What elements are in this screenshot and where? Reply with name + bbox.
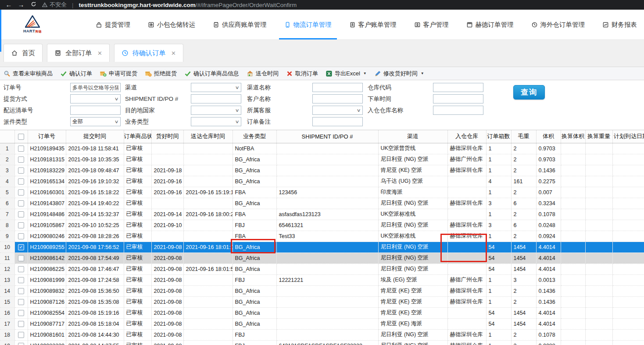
browser-back-button[interactable]: ← <box>5 0 12 10</box>
column-header[interactable]: 渠道 <box>378 130 447 143</box>
toolbar-button-9[interactable]: 修改货好时间▼ <box>374 70 424 78</box>
tab-close-icon[interactable]: ✕ <box>97 50 102 57</box>
filter-input[interactable] <box>312 117 363 126</box>
filter-input[interactable] <box>433 94 483 103</box>
filter-select[interactable]: ∨ <box>191 117 241 126</box>
row-checkbox[interactable] <box>18 200 24 206</box>
browser-refresh-button[interactable] <box>30 0 37 10</box>
nav-item-5[interactable]: 客户账单管理 <box>349 10 397 39</box>
row-checkbox[interactable] <box>18 233 24 239</box>
browser-forward-button[interactable]: → <box>18 0 25 10</box>
table-row[interactable]: 2H21091813152021-09-18 10:35:35已审核BG_Afr… <box>0 154 644 165</box>
column-header[interactable]: 计划到达日期 <box>612 130 644 143</box>
column-header[interactable]: 提交时间 <box>66 130 124 143</box>
filter-input[interactable] <box>433 83 483 92</box>
table-row[interactable]: 3H21091832292021-09-18 09:48:47已审核2021-0… <box>0 165 644 176</box>
table-row[interactable]: 16H21090825542021-09-08 15:19:16已审核2021-… <box>0 307 644 318</box>
address-bar[interactable]: testtrunkbookingmgr.hart-worldwide.com/#… <box>79 2 297 8</box>
tab-2[interactable]: 全部订单✕ <box>47 44 110 62</box>
row-checkbox[interactable] <box>18 343 24 345</box>
nav-item-9[interactable]: 财务报表 <box>602 10 637 39</box>
filter-input[interactable] <box>312 83 363 92</box>
toolbar-button-5[interactable]: 确认订单商品信息 <box>184 70 239 78</box>
column-header[interactable]: 入仓仓库 <box>447 130 486 143</box>
row-checkbox[interactable] <box>18 255 24 261</box>
table-row[interactable]: 4H21091651342021-09-16 19:10:32已审核2021-0… <box>0 176 644 187</box>
column-header[interactable]: 换算体积 <box>561 130 585 143</box>
nav-item-6[interactable]: 客户管理 <box>414 10 449 39</box>
column-header[interactable]: 毛重 <box>511 130 536 143</box>
nav-item-3[interactable]: 供应商账单管理 <box>213 10 267 39</box>
column-header[interactable]: 货好时间 <box>151 130 183 143</box>
toolbar-button-1[interactable]: 查看未审核商品 <box>4 70 53 78</box>
row-checkbox[interactable] <box>18 222 24 228</box>
row-checkbox[interactable]: ✓ <box>18 244 24 250</box>
table-row[interactable]: 14H21090898322021-09-08 15:36:50已审核2021-… <box>0 285 644 296</box>
toolbar-button-7[interactable]: 取消订单 <box>286 70 318 78</box>
toolbar-button-2[interactable]: 确认订单 <box>60 70 92 78</box>
table-row[interactable]: 12H21090862252021-09-08 17:46:47已审核2021-… <box>0 263 644 274</box>
filter-select[interactable]: ∨ <box>191 83 241 92</box>
tab-1[interactable]: 首页 <box>4 44 43 62</box>
tab-3[interactable]: 待确认订单✕ <box>114 44 183 62</box>
table-row[interactable]: 6H21091438072021-09-14 19:40:22已审核BG_Afr… <box>0 198 644 209</box>
row-checkbox[interactable] <box>18 266 24 272</box>
table-row[interactable]: 11H21090861422021-09-08 17:54:49已审核2021-… <box>0 253 644 263</box>
tab-close-icon[interactable]: ✕ <box>171 50 176 57</box>
column-header[interactable]: 换算重量 <box>585 130 612 143</box>
filter-input[interactable] <box>312 94 363 103</box>
row-checkbox[interactable] <box>18 299 24 305</box>
filter-input[interactable] <box>70 106 121 115</box>
table-row[interactable]: 5H21091603012021-09-16 15:18:22已审核2021-0… <box>0 187 644 198</box>
filter-select[interactable]: 全部∨ <box>70 117 121 126</box>
column-header[interactable]: 业务类型 <box>233 130 276 143</box>
table-row[interactable]: 1H21091894352021-09-18 11:58:41已审核NotFBA… <box>0 143 644 154</box>
row-checkbox[interactable] <box>18 332 24 338</box>
row-checkbox[interactable] <box>18 321 24 327</box>
table-row[interactable]: 18H21090816012021-09-08 14:44:30已审核2021-… <box>0 329 644 340</box>
table-row[interactable]: 10✓H21090892552021-09-08 17:56:52已审核2021… <box>0 242 644 253</box>
table-row[interactable]: 13H21090819992021-09-08 17:24:58已审核2021-… <box>0 274 644 285</box>
column-header[interactable]: 订单箱数 <box>486 130 511 143</box>
filter-select[interactable]: ∨ <box>70 94 121 103</box>
column-header[interactable]: 订单号 <box>28 130 66 143</box>
filter-input[interactable] <box>70 83 121 92</box>
table-row[interactable]: 8H21091058672021-09-10 10:52:25已审核2021-0… <box>0 220 644 231</box>
table-row[interactable]: 7H21091484862021-09-14 15:32:37已审核2021-0… <box>0 209 644 220</box>
filter-select[interactable]: ∨ <box>312 106 363 115</box>
row-checkbox[interactable] <box>18 178 24 185</box>
filter-input[interactable] <box>433 106 483 115</box>
row-checkbox[interactable] <box>18 167 24 174</box>
table-row[interactable]: 17H21090877172021-09-08 15:18:04已审核2021-… <box>0 318 644 329</box>
table-cell: H2109189435 <box>28 143 66 154</box>
nav-item-8[interactable]: 海外仓订单管理 <box>531 10 585 39</box>
not-secure-badge[interactable]: 不安全 <box>42 1 67 9</box>
toolbar-button-6[interactable]: 送仓时间 <box>247 70 279 78</box>
row-checkbox[interactable] <box>18 211 24 217</box>
column-header[interactable]: 体积 <box>536 130 561 143</box>
filter-select[interactable]: ∨ <box>191 106 241 115</box>
column-header[interactable]: 送达仓库时间 <box>183 130 233 143</box>
table-row[interactable]: 9H21090802462021-09-08 18:28:26已审核FBATes… <box>0 231 644 242</box>
nav-item-4[interactable]: 物流订单管理 <box>284 10 332 39</box>
column-header[interactable]: 订单商品状态 <box>124 130 151 143</box>
row-checkbox[interactable] <box>18 189 24 196</box>
row-checkbox[interactable] <box>18 310 24 316</box>
query-button[interactable]: 查询 <box>513 85 545 100</box>
toolbar-button-8[interactable]: 导出Excel▼ <box>326 70 367 78</box>
row-checkbox[interactable] <box>18 146 24 152</box>
filter-input[interactable] <box>191 94 241 103</box>
nav-item-2[interactable]: 小包仓储转运 <box>148 10 195 39</box>
select-all-checkbox[interactable] <box>18 134 24 140</box>
nav-item-1[interactable]: 提货管理 <box>96 10 130 39</box>
filter-label: 渠道名称 <box>247 83 271 92</box>
nav-item-7[interactable]: 赫德订单管理 <box>466 10 514 39</box>
toolbar-button-3[interactable]: 申请可提货 <box>100 70 137 78</box>
table-row[interactable]: 15H21090871262021-09-08 15:35:08已审核2021-… <box>0 296 644 307</box>
column-header[interactable]: SHIPMENT ID/PO # <box>276 130 378 143</box>
row-checkbox[interactable] <box>18 288 24 294</box>
row-checkbox[interactable] <box>18 277 24 283</box>
table-row[interactable]: 19H21090822302021-09-08 14:27:55已审核2021-… <box>0 340 644 345</box>
toolbar-button-4[interactable]: 拒绝提货 <box>145 70 177 78</box>
row-checkbox[interactable] <box>18 156 24 163</box>
